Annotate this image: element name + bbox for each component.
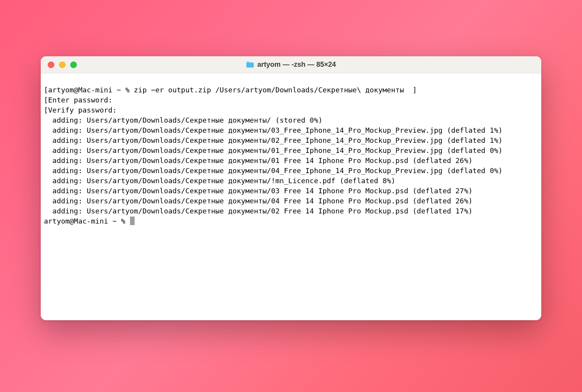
- terminal-cursor: [130, 217, 135, 225]
- shell-prompt: artyom@Mac-mini ~ %: [48, 86, 134, 94]
- output-line: adding: Users/artyom/Downloads/Секретные…: [44, 197, 473, 205]
- shell-command: zip −er output.zip /Users/artyom/Downloa…: [134, 86, 404, 94]
- window-zoom-button[interactable]: [70, 61, 77, 68]
- output-line: adding: Users/artyom/Downloads/Секретные…: [44, 156, 473, 165]
- output-line: adding: Users/artyom/Downloads/Секретные…: [44, 167, 502, 175]
- output-line: adding: Users/artyom/Downloads/Секретные…: [44, 146, 502, 154]
- enter-password-line: [Enter password:: [44, 96, 113, 104]
- window-minimize-button[interactable]: [59, 61, 66, 68]
- traffic-lights: [48, 61, 77, 68]
- output-line: adding: Users/artyom/Downloads/Секретные…: [44, 116, 322, 124]
- output-line: adding: Users/artyom/Downloads/Секретные…: [44, 177, 395, 185]
- output-line: adding: Users/artyom/Downloads/Секретные…: [44, 187, 473, 195]
- window-title-wrap: artyom — -zsh — 85×24: [246, 61, 336, 69]
- window-titlebar[interactable]: artyom — -zsh — 85×24: [41, 56, 541, 73]
- window-title: artyom — -zsh — 85×24: [257, 61, 336, 69]
- window-close-button[interactable]: [48, 61, 54, 68]
- verify-password-line: [Verify password:: [44, 106, 117, 114]
- shell-prompt: artyom@Mac-mini ~ %: [44, 217, 130, 225]
- folder-icon: [246, 61, 254, 68]
- terminal-output[interactable]: [artyom@Mac-mini ~ % zip −er output.zip …: [41, 73, 541, 320]
- output-line: adding: Users/artyom/Downloads/Секретные…: [44, 126, 502, 134]
- output-line: adding: Users/artyom/Downloads/Секретные…: [44, 136, 502, 144]
- terminal-text[interactable]: [artyom@Mac-mini ~ % zip −er output.zip …: [44, 85, 538, 226]
- prompt-bracket-open: [: [44, 86, 48, 94]
- output-line: adding: Users/artyom/Downloads/Секретные…: [44, 207, 473, 215]
- terminal-window: artyom — -zsh — 85×24 [artyom@Mac-mini ~…: [41, 56, 541, 320]
- prompt-bracket-close: ]: [404, 86, 417, 94]
